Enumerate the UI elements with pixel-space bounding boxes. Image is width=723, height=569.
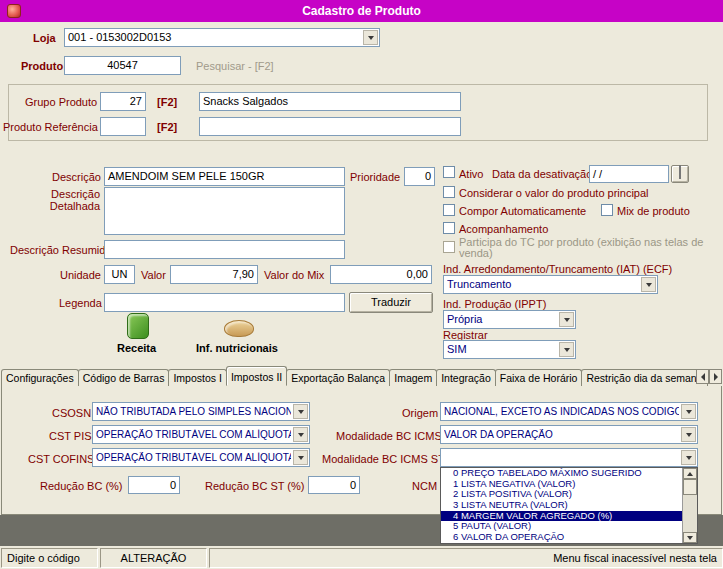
legenda-label: Legenda — [59, 297, 102, 309]
cst-pis-value: OPERAÇÃO TRIBUTÁVEL COM ALÍQUOTA BÁSICA — [96, 429, 291, 440]
loja-select[interactable]: 001 - 0153002D0153 — [64, 28, 380, 47]
tab-scroll-buttons — [696, 369, 722, 384]
status-right: Menu fiscal inacessível nesta tela — [209, 548, 723, 568]
modalidade-bc-icms-st-dropdown-list: 0 PREÇO TABELADO MÁXIMO SUGERIDO 1 LISTA… — [440, 467, 698, 544]
tab-imagem[interactable]: Imagem — [389, 369, 437, 386]
traduzir-button[interactable]: Traduzir — [349, 292, 433, 313]
iat-value: Truncamento — [447, 278, 639, 290]
dropdown-option[interactable]: 0 PREÇO TABELADO MÁXIMO SUGERIDO — [441, 468, 682, 479]
reducao-bc-st-input[interactable]: 0 — [308, 476, 360, 494]
receita-icon[interactable] — [127, 313, 149, 339]
receita-label: Receita — [117, 342, 156, 354]
descricao-label: Descrição — [52, 171, 101, 183]
chevron-down-icon[interactable] — [681, 450, 696, 465]
ativo-label: Ativo — [459, 168, 483, 180]
grupo-f2-label: [F2] — [157, 96, 177, 108]
prioridade-input[interactable]: 0 — [404, 167, 435, 186]
tab-exportacao-balanca[interactable]: Exportação Balança — [286, 369, 390, 386]
tab-scroll-left-icon[interactable] — [696, 369, 709, 384]
ncm-label: NCM — [412, 480, 437, 492]
valor-input[interactable]: 7,90 — [170, 265, 258, 284]
scrollbar-thumb[interactable] — [683, 479, 697, 495]
dropdown-option[interactable]: 3 LISTA NEUTRA (VALOR) — [441, 500, 682, 511]
tab-codigo-de-barras[interactable]: Código de Barras — [78, 369, 170, 386]
ippt-value: Própria — [447, 313, 557, 325]
unidade-input[interactable]: UN — [104, 265, 135, 284]
chevron-down-icon[interactable] — [681, 404, 696, 419]
tab-configuracoes[interactable]: Configurações — [1, 369, 79, 386]
ippt-label: Ind. Produção (IPPT) — [443, 298, 546, 310]
csosn-label: CSOSN — [52, 407, 91, 419]
descricao-detalhada-label: Descrição Detalhada — [38, 188, 100, 212]
valor-label: Valor — [141, 269, 166, 281]
tab-impostos-2[interactable]: Impostos II — [226, 366, 287, 386]
registrar-select[interactable]: SIM — [443, 340, 576, 359]
grupo-code-input[interactable]: 27 — [100, 92, 146, 111]
calendar-button[interactable] — [671, 165, 689, 183]
tab-integracao[interactable]: Integração — [436, 369, 496, 386]
ativo-checkbox[interactable] — [443, 166, 455, 178]
chevron-down-icon[interactable] — [559, 312, 574, 327]
scroll-down-icon[interactable] — [683, 532, 697, 543]
chevron-down-icon[interactable] — [293, 427, 308, 442]
dropdown-option-selected[interactable]: 4 MARGEM VALOR AGREGADO (%) — [441, 511, 682, 522]
csosn-select[interactable]: NÃO TRIBUTADA PELO SIMPLES NACIONAL — [92, 402, 310, 421]
tab-restricao-dia-da-semana[interactable]: Restrição dia da semana — [581, 369, 707, 386]
mix-de-produto-checkbox[interactable] — [601, 204, 613, 216]
chevron-down-icon[interactable] — [681, 427, 696, 442]
cst-cofins-select[interactable]: OPERAÇÃO TRIBUTÁVEL COM ALÍQUOTA BÁSICA — [92, 448, 310, 467]
dropdown-scrollbar[interactable] — [682, 468, 697, 543]
valor-do-mix-label: Valor do Mix — [264, 269, 324, 281]
chevron-down-icon[interactable] — [293, 404, 308, 419]
title-bar: Cadastro de Produto — [0, 0, 723, 22]
modalidade-bc-icms-label: Modalidade BC ICMS — [336, 430, 442, 442]
cst-cofins-value: OPERAÇÃO TRIBUTÁVEL COM ALÍQUOTA BÁSICA — [96, 452, 291, 463]
origem-label: Origem — [402, 407, 438, 419]
modalidade-bc-icms-st-select[interactable] — [440, 448, 698, 467]
tab-impostos-1[interactable]: Impostos I — [168, 369, 226, 386]
cst-pis-select[interactable]: OPERAÇÃO TRIBUTÁVEL COM ALÍQUOTA BÁSICA — [92, 425, 310, 444]
grupo-name-input[interactable]: Snacks Salgados — [199, 92, 461, 111]
produto-code-input[interactable]: 40547 — [64, 56, 181, 75]
considerar-valor-checkbox[interactable] — [443, 186, 455, 198]
chevron-down-icon[interactable] — [293, 450, 308, 465]
ippt-select[interactable]: Própria — [443, 310, 576, 329]
data-desativacao-input[interactable]: / / — [589, 165, 669, 183]
referencia-code-input[interactable] — [100, 117, 146, 136]
cst-pis-label: CST PIS — [49, 430, 92, 442]
inf-nutricionais-icon[interactable] — [224, 320, 254, 337]
descricao-resumida-label: Descrição Resumida — [10, 244, 111, 256]
dropdown-option[interactable]: 6 VALOR DA OPERAÇÃO — [441, 532, 682, 543]
acompanhamento-checkbox[interactable] — [443, 222, 455, 234]
modalidade-bc-icms-value: VALOR DA OPERAÇÃO — [444, 429, 679, 440]
origem-select[interactable]: NACIONAL, EXCETO AS INDICADAS NOS CODIGO… — [440, 402, 698, 421]
dropdown-option[interactable]: 2 LISTA POSITIVA (VALOR) — [441, 489, 682, 500]
chevron-down-icon[interactable] — [559, 342, 574, 357]
descricao-input[interactable]: AMENDOIM SEM PELE 150GR — [104, 167, 345, 186]
reducao-bc-input[interactable]: 0 — [128, 476, 180, 494]
produto-label: Produto — [21, 60, 63, 72]
dropdown-option[interactable]: 1 LISTA NEGATIVA (VALOR) — [441, 479, 682, 490]
chevron-down-icon[interactable] — [363, 30, 378, 45]
modalidade-bc-icms-select[interactable]: VALOR DA OPERAÇÃO — [440, 425, 698, 444]
referencia-name-input[interactable] — [199, 117, 461, 136]
tab-faixa-de-horario[interactable]: Faixa de Horário — [495, 369, 583, 386]
descricao-resumida-input[interactable] — [104, 240, 345, 259]
scroll-up-icon[interactable] — [683, 468, 697, 479]
csosn-value: NÃO TRIBUTADA PELO SIMPLES NACIONAL — [96, 406, 291, 417]
compor-automaticamente-label: Compor Automaticamente — [459, 205, 586, 217]
dropdown-option[interactable]: 5 PAUTA (VALOR) — [441, 521, 682, 532]
origem-value: NACIONAL, EXCETO AS INDICADAS NOS CODIGO… — [444, 406, 679, 417]
iat-select[interactable]: Truncamento — [443, 275, 658, 294]
produto-referencia-label: Produto Referência — [3, 121, 98, 133]
legenda-input[interactable] — [104, 293, 345, 312]
status-mode: ALTERAÇÃO — [100, 548, 207, 568]
cst-cofins-label: CST COFINS — [28, 453, 94, 465]
loja-label: Loja — [33, 32, 56, 44]
compor-automaticamente-checkbox[interactable] — [443, 204, 455, 216]
tab-scroll-right-icon[interactable] — [709, 369, 722, 384]
chevron-down-icon[interactable] — [641, 277, 656, 292]
descricao-detalhada-input[interactable] — [104, 187, 345, 235]
reducao-bc-label: Redução BC (%) — [40, 480, 123, 492]
valor-do-mix-input[interactable]: 0,00 — [330, 265, 432, 284]
